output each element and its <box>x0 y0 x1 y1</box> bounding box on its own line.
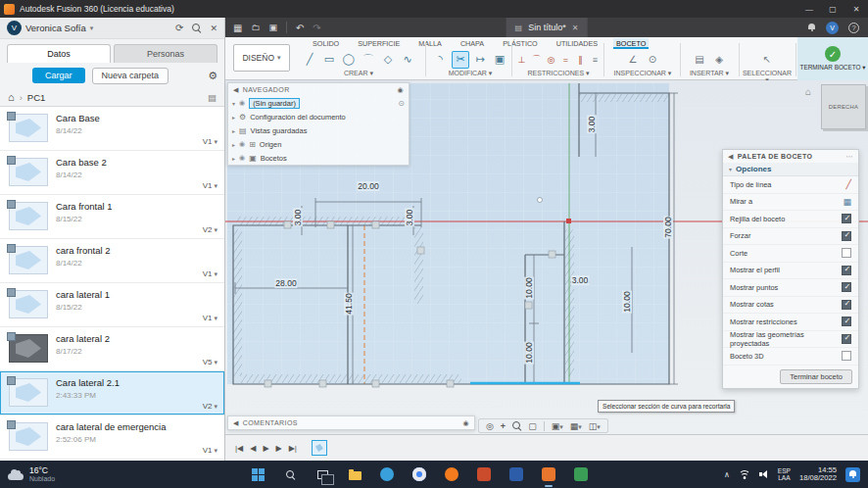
workspace-selector[interactable]: DISEÑO▾ <box>233 44 290 72</box>
notifications-bell-icon[interactable] <box>807 24 816 32</box>
constraint-equal-icon[interactable]: = <box>559 51 572 69</box>
group-label-modify[interactable]: MODIFICAR ▾ <box>429 70 511 77</box>
list-item-selected[interactable]: Cara lateral 2.1 2:43:33 PM V2▾ <box>0 371 224 415</box>
list-item[interactable]: Cara base 2 8/14/22 V1▾ <box>0 151 224 195</box>
item-version-dropdown[interactable]: V1▾ <box>203 446 217 455</box>
palette-row[interactable]: Boceto 3D <box>723 348 858 366</box>
collapse-icon[interactable]: ◀ <box>233 86 239 94</box>
timeline-sketch-feature[interactable] <box>312 440 327 456</box>
firefox-browser-icon[interactable] <box>442 464 461 484</box>
tab-solido[interactable]: SOLIDO <box>310 38 342 49</box>
volume-icon[interactable] <box>759 470 769 479</box>
dimension-label[interactable]: 10.00 <box>622 290 632 313</box>
list-item[interactable]: cara frontal 2 8/14/22 V1▾ <box>0 239 224 283</box>
open-folder-icon[interactable]: 🗀 <box>251 23 260 32</box>
checkbox-show-profile[interactable] <box>842 266 851 275</box>
panel-dot-icon[interactable]: ◉ <box>462 419 469 427</box>
visibility-eye-icon[interactable]: ◉ <box>239 140 245 148</box>
checkbox-show-constraints[interactable] <box>842 317 851 326</box>
zoom-icon[interactable] <box>512 421 521 430</box>
wifi-icon[interactable] <box>739 470 750 479</box>
group-label-insert[interactable]: INSERTAR ▾ <box>682 70 737 77</box>
language-indicator[interactable]: ESP LAA <box>778 467 791 481</box>
collapsed-icon[interactable]: ▸ <box>232 127 235 134</box>
list-item[interactable]: cara lateral de emergencia 2:52:06 PM V1… <box>0 415 224 460</box>
tab-malla[interactable]: MALLA <box>415 38 445 49</box>
constraint-coincident-icon[interactable]: ◎ <box>545 51 557 69</box>
visibility-eye-icon[interactable]: ◉ <box>239 154 245 162</box>
home-icon[interactable]: ⌂ <box>8 91 15 103</box>
start-button[interactable] <box>248 464 267 484</box>
target-icon[interactable]: ⊙ <box>398 99 405 108</box>
tab-superficie[interactable]: SUPERFICIE <box>355 38 403 49</box>
constraint-parallel-icon[interactable]: ∥ <box>574 51 587 69</box>
item-version-dropdown[interactable]: V1▾ <box>203 314 217 322</box>
visibility-eye-icon[interactable]: ◉ <box>239 99 245 107</box>
fusion-360-app-icon[interactable] <box>539 464 558 484</box>
close-tab-icon[interactable]: ✕ <box>572 24 579 32</box>
tab-datos[interactable]: Datos <box>7 44 111 63</box>
panel-dot-icon[interactable]: ◉ <box>397 86 404 94</box>
look-at-icon[interactable]: ▦ <box>843 197 851 207</box>
viewcube-face-label[interactable]: DERECHA <box>829 104 858 110</box>
new-folder-button[interactable]: Nueva carpeta <box>92 68 169 84</box>
offset-icon[interactable]: ▣ <box>491 51 508 69</box>
dimension-label[interactable]: 10.00 <box>524 276 534 299</box>
finish-sketch-small-button[interactable]: Terminar boceto <box>780 369 852 384</box>
dimension-label[interactable]: 28.00 <box>274 278 297 288</box>
word-app-icon[interactable] <box>506 464 526 484</box>
gear-icon[interactable]: ⚙ <box>208 70 217 82</box>
measure-icon[interactable]: ∠ <box>624 51 642 69</box>
arc-icon[interactable]: ⌒ <box>360 51 377 69</box>
user-avatar[interactable]: V <box>7 21 22 35</box>
spline-icon[interactable]: ∿ <box>399 51 416 69</box>
pan-icon[interactable]: + <box>501 421 506 431</box>
collapse-icon[interactable]: ◀ <box>728 153 734 161</box>
dimension-label[interactable]: 70.00 <box>663 216 673 238</box>
palette-row[interactable]: Mostrar restricciones <box>723 314 858 331</box>
display-settings-icon[interactable]: ▣▾ <box>552 421 563 431</box>
chrome-browser-icon[interactable] <box>410 464 429 484</box>
dimension-label[interactable]: 3.00 <box>405 209 414 227</box>
trim-icon[interactable]: ✂ <box>452 51 469 69</box>
dimension-label[interactable]: 20.00 <box>357 181 379 191</box>
user-name[interactable]: Veronica Sofía <box>25 23 86 33</box>
breadcrumb-root[interactable]: PC1 <box>27 92 45 103</box>
navigator-row[interactable]: ▸ ◉ ⊞ Origen <box>228 137 409 151</box>
checkbox-show-dimensions[interactable] <box>842 300 851 310</box>
dimension-label[interactable]: 10.00 <box>524 341 534 364</box>
tab-chapa[interactable]: CHAPA <box>458 38 487 49</box>
line-icon[interactable]: ╱ <box>301 51 318 69</box>
tab-personas[interactable]: Personas <box>114 44 217 63</box>
close-panel-icon[interactable]: ✕ <box>210 24 217 33</box>
viewcube-home-icon[interactable]: ⌂ <box>805 86 811 97</box>
app-grid-icon[interactable]: ▦ <box>233 23 242 33</box>
list-item[interactable]: cara lateral 2 8/17/22 V5▾ <box>0 327 224 371</box>
finish-sketch-button[interactable]: ✓ TERMINAR BOCETO ▾ <box>797 37 868 80</box>
item-version-dropdown[interactable]: V1▾ <box>203 269 217 278</box>
item-version-dropdown[interactable]: V1▾ <box>203 137 217 146</box>
play-icon[interactable]: ▶ <box>263 444 268 453</box>
palette-row[interactable]: Forzar <box>723 228 858 246</box>
model-canvas[interactable]: 20.00 3.00 3.00 3.00 70.00 28.00 41.50 1… <box>225 80 868 434</box>
checkbox-grid[interactable] <box>842 214 851 223</box>
viewcube[interactable]: DERECHA <box>821 84 866 129</box>
collapsed-icon[interactable]: ▸ <box>232 114 235 121</box>
dimension-label[interactable]: 3.00 <box>293 209 303 227</box>
edge-browser-icon[interactable] <box>377 464 397 484</box>
task-view-icon[interactable] <box>313 464 332 484</box>
palette-row[interactable]: Tipo de línea ╱ <box>723 176 858 194</box>
item-version-dropdown[interactable]: V2▾ <box>203 225 217 234</box>
undo-icon[interactable]: ↶ <box>296 23 304 33</box>
collapsed-icon[interactable]: ▸ <box>232 141 235 148</box>
palette-row[interactable]: Corte <box>723 245 858 263</box>
constraint-tangent-icon[interactable]: ⌒ <box>530 51 543 69</box>
weather-widget[interactable]: 16°C Nublado <box>0 466 82 483</box>
upload-button[interactable]: Cargar <box>32 68 85 83</box>
navigator-row[interactable]: ▸ ▤ Vistas guardadas <box>228 123 409 137</box>
checkbox-show-projected[interactable] <box>842 334 851 344</box>
refresh-icon[interactable]: ⟳ <box>175 23 183 33</box>
orbit-icon[interactable]: ◎ <box>486 421 494 431</box>
item-version-dropdown[interactable]: V5▾ <box>203 358 217 366</box>
comments-panel[interactable]: ◀ COMENTARIOS ◉ <box>227 415 475 430</box>
